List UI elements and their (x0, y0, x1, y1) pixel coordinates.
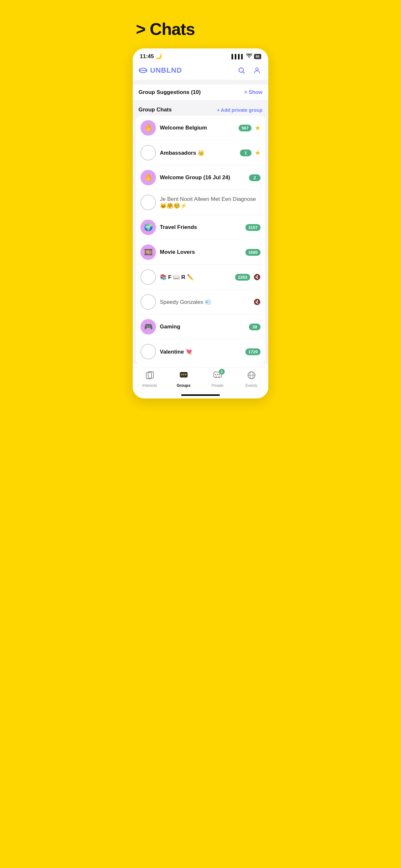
chat-name-welcome-belgium: Welcome Belgium (160, 125, 235, 131)
mute-icon-fur: 🔇 (253, 274, 260, 281)
nav-item-events[interactable]: Events (240, 371, 263, 388)
chat-right-speedy-gonzales: 🔇 (251, 299, 260, 306)
chat-name-welcome-group: Welcome Group (16 Jul 24) (160, 175, 245, 181)
svg-point-8 (181, 374, 182, 375)
badge-gaming: 39 (249, 323, 260, 330)
svg-line-3 (243, 72, 245, 73)
avatar-fur (141, 269, 156, 285)
chat-item-fur[interactable]: 📚 F 📖 R ✏️ 2263 🔇 (136, 265, 265, 290)
bottom-nav: Interests Groups (133, 367, 268, 394)
show-link[interactable]: > Show (244, 89, 263, 95)
phone-frame: 11:45 🌙 ▌▌▌▌ 86 (133, 49, 268, 399)
chat-right-welcome-group: 2 (249, 175, 260, 181)
badge-fur: 2263 (235, 274, 250, 281)
nav-label-private: Private (212, 383, 223, 388)
page-title: > Chats (136, 20, 265, 39)
chat-name-speedy-gonzales: Speedy Gonzales 💨 (160, 299, 248, 306)
brand-name: UNBLND (150, 66, 182, 74)
brand-logo-icon (138, 66, 148, 75)
content-area: Group Suggestions (10) > Show Group Chat… (133, 80, 268, 364)
nav-label-events: Events (245, 383, 257, 388)
private-badge: 2 (219, 369, 225, 375)
star-icon-ambassadors: ★ (255, 149, 260, 157)
chat-right-travel-friends: 3157 (245, 224, 260, 231)
show-label: Show (249, 89, 263, 95)
private-icon: 2 (213, 371, 222, 382)
chat-right-ambassadors: 1 ★ (240, 149, 260, 157)
nav-item-groups[interactable]: Groups (173, 371, 195, 388)
mute-icon-speedy-gonzales: 🔇 (253, 299, 260, 306)
avatar-ambassadors (141, 145, 156, 160)
page-title-area: > Chats (133, 13, 268, 49)
chat-item-movie-lovers[interactable]: 🎞️ Movie Lovers 1695 (136, 240, 265, 265)
svg-point-12 (215, 374, 216, 375)
group-suggestions-label: Group Suggestions (10) (138, 89, 201, 96)
nav-item-private[interactable]: 2 Private (206, 371, 229, 388)
nav-item-interests[interactable]: Interests (138, 371, 161, 388)
chat-name-valentine: Valentine 💘 (160, 348, 242, 355)
events-icon (247, 371, 256, 382)
chat-right-gaming: 39 (249, 323, 260, 330)
group-chats-label: Group Chats (138, 106, 172, 113)
chat-right-movie-lovers: 1695 (245, 249, 260, 256)
home-indicator (181, 394, 220, 396)
add-group-link[interactable]: + Add private group (217, 107, 263, 113)
chat-name-gaming: Gaming (160, 323, 245, 330)
avatar-diagnose (141, 195, 156, 210)
status-time: 11:45 🌙 (140, 53, 162, 60)
avatar-valentine (141, 344, 156, 360)
badge-movie-lovers: 1695 (245, 249, 260, 256)
badge-ambassadors: 1 (240, 150, 251, 156)
chat-name-movie-lovers: Movie Lovers (160, 249, 242, 255)
search-button[interactable] (236, 65, 247, 76)
badge-valentine: 1729 (245, 348, 260, 355)
interests-icon (145, 371, 154, 382)
profile-button[interactable] (251, 65, 263, 76)
groups-icon (179, 371, 188, 382)
header-actions (236, 65, 263, 76)
show-arrow: > (244, 89, 247, 95)
chat-item-travel-friends[interactable]: 🌍 Travel Friends 3157 (136, 215, 265, 240)
chat-name-travel-friends: Travel Friends (160, 224, 242, 230)
wifi-icon (246, 54, 252, 59)
badge-welcome-belgium: 567 (239, 125, 251, 131)
chat-item-diagnose[interactable]: Je Bent Nooit Alleen Met Een Diagnose 🐱🤗… (136, 190, 265, 215)
brand-logo: UNBLND (138, 66, 182, 75)
app-header: UNBLND (133, 62, 268, 80)
title-prefix: > (136, 20, 145, 38)
nav-label-interests: Interests (142, 383, 157, 388)
avatar-welcome-group: 🤚 (141, 170, 156, 185)
badge-travel-friends: 3157 (245, 224, 260, 231)
page-wrapper: > Chats 11:45 🌙 ▌▌▌▌ 86 (133, 13, 268, 399)
signal-icon: ▌▌▌▌ (232, 54, 244, 59)
chat-item-speedy-gonzales[interactable]: Speedy Gonzales 💨 🔇 (136, 290, 265, 314)
star-icon-welcome-belgium: ★ (255, 124, 260, 132)
battery-badge: 86 (254, 54, 261, 59)
chat-item-ambassadors[interactable]: Ambassadors 👑 1 ★ (136, 141, 265, 165)
chat-item-welcome-belgium[interactable]: 🤚 Welcome Belgium 567 ★ (136, 116, 265, 141)
svg-point-13 (217, 374, 218, 375)
avatar-welcome-belgium: 🤚 (141, 120, 156, 135)
chat-name-diagnose: Je Bent Nooit Alleen Met Een Diagnose 🐱🤗… (160, 196, 260, 209)
chat-item-welcome-group[interactable]: 🤚 Welcome Group (16 Jul 24) 2 (136, 165, 265, 190)
status-icons: ▌▌▌▌ 86 (232, 54, 261, 59)
svg-point-14 (219, 374, 220, 375)
title-text: Chats (150, 20, 195, 38)
status-bar: 11:45 🌙 ▌▌▌▌ 86 (133, 49, 268, 62)
moon-icon: 🌙 (155, 53, 162, 59)
chat-right-fur: 2263 🔇 (235, 274, 260, 281)
chat-item-valentine[interactable]: Valentine 💘 1729 (136, 339, 265, 364)
avatar-speedy-gonzales (141, 294, 156, 310)
svg-point-4 (256, 68, 258, 70)
nav-label-groups: Groups (177, 383, 190, 388)
chat-item-gaming[interactable]: 🎮 Gaming 39 (136, 314, 265, 339)
chat-right-valentine: 1729 (245, 348, 260, 355)
group-suggestions-row: Group Suggestions (10) > Show (133, 85, 268, 100)
chat-name-fur: 📚 F 📖 R ✏️ (160, 274, 231, 281)
avatar-movie-lovers: 🎞️ (141, 244, 156, 260)
chat-name-ambassadors: Ambassadors 👑 (160, 150, 236, 156)
avatar-travel-friends: 🌍 (141, 220, 156, 235)
chat-list: 🤚 Welcome Belgium 567 ★ Ambassadors 👑 1 … (136, 116, 265, 364)
svg-point-10 (185, 374, 186, 375)
group-chats-header: Group Chats + Add private group (133, 103, 268, 116)
